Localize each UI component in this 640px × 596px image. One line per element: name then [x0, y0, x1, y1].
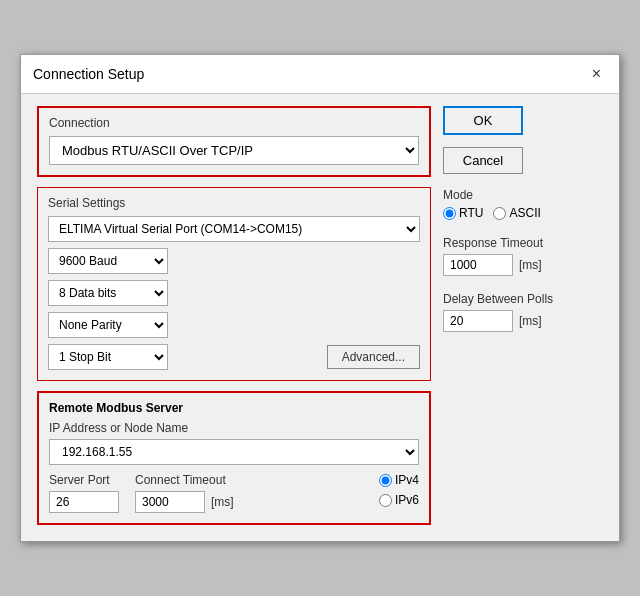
ascii-radio[interactable] — [493, 207, 506, 220]
parity-row: None Parity — [48, 312, 420, 338]
server-port-input[interactable] — [49, 491, 119, 513]
mode-section: Mode RTU ASCII — [443, 188, 603, 220]
response-timeout-label: Response Timeout — [443, 236, 603, 250]
delay-polls-input[interactable] — [443, 310, 513, 332]
connection-section: Connection Modbus RTU/ASCII Over TCP/IP — [37, 106, 431, 177]
delay-polls-section: Delay Between Polls [ms] — [443, 292, 603, 332]
right-panel: OK Cancel Mode RTU ASCII Response Timeou… — [443, 106, 603, 525]
delay-polls-row: [ms] — [443, 310, 603, 332]
ascii-label: ASCII — [509, 206, 540, 220]
ipv4-radio-item: IPv4 — [379, 473, 419, 487]
stop-bit-row: 1 Stop Bit Advanced... — [48, 344, 420, 370]
dialog-body: Connection Modbus RTU/ASCII Over TCP/IP … — [21, 94, 619, 541]
close-button[interactable]: × — [586, 63, 607, 85]
stop-bit-select[interactable]: 1 Stop Bit — [48, 344, 168, 370]
delay-polls-label: Delay Between Polls — [443, 292, 603, 306]
baud-row: 9600 Baud — [48, 248, 420, 274]
server-port-label: Server Port — [49, 473, 119, 487]
serial-settings-label: Serial Settings — [48, 196, 420, 210]
connect-timeout-section: Connect Timeout [ms] — [135, 473, 234, 513]
left-panel: Connection Modbus RTU/ASCII Over TCP/IP … — [37, 106, 431, 525]
title-bar: Connection Setup × — [21, 55, 619, 94]
response-timeout-row: [ms] — [443, 254, 603, 276]
connect-timeout-unit: [ms] — [211, 495, 234, 509]
ipv6-radio[interactable] — [379, 494, 392, 507]
ipv4-label: IPv4 — [395, 473, 419, 487]
ipv6-label: IPv6 — [395, 493, 419, 507]
delay-polls-unit: [ms] — [519, 314, 542, 328]
ipv-section: IPv4 IPv6 — [379, 473, 419, 507]
rtu-radio-item: RTU — [443, 206, 483, 220]
mode-label: Mode — [443, 188, 603, 202]
remote-modbus-section: Remote Modbus Server IP Address or Node … — [37, 391, 431, 525]
connection-select[interactable]: Modbus RTU/ASCII Over TCP/IP — [49, 136, 419, 165]
response-timeout-input[interactable] — [443, 254, 513, 276]
dialog-title: Connection Setup — [33, 66, 144, 82]
data-bits-row: 8 Data bits — [48, 280, 420, 306]
connection-setup-dialog: Connection Setup × Connection Modbus RTU… — [20, 54, 620, 542]
connection-label: Connection — [49, 116, 419, 130]
connect-timeout-label: Connect Timeout — [135, 473, 234, 487]
ascii-radio-item: ASCII — [493, 206, 540, 220]
response-timeout-section: Response Timeout [ms] — [443, 236, 603, 276]
rtu-label: RTU — [459, 206, 483, 220]
response-timeout-unit: [ms] — [519, 258, 542, 272]
advanced-button[interactable]: Advanced... — [327, 345, 420, 369]
port-row: ELTIMA Virtual Serial Port (COM14->COM15… — [48, 216, 420, 242]
serial-settings-section: Serial Settings ELTIMA Virtual Serial Po… — [37, 187, 431, 381]
ok-button[interactable]: OK — [443, 106, 523, 135]
connect-timeout-row: [ms] — [135, 491, 234, 513]
remote-modbus-label: Remote Modbus Server — [49, 401, 419, 415]
ip-address-label: IP Address or Node Name — [49, 421, 419, 435]
port-select[interactable]: ELTIMA Virtual Serial Port (COM14->COM15… — [48, 216, 420, 242]
connect-timeout-input[interactable] — [135, 491, 205, 513]
parity-select[interactable]: None Parity — [48, 312, 168, 338]
baud-select[interactable]: 9600 Baud — [48, 248, 168, 274]
ipv6-radio-item: IPv6 — [379, 493, 419, 507]
ip-address-select[interactable]: 192.168.1.55 — [49, 439, 419, 465]
ipv4-radio[interactable] — [379, 474, 392, 487]
data-bits-select[interactable]: 8 Data bits — [48, 280, 168, 306]
mode-radio-row: RTU ASCII — [443, 206, 603, 220]
cancel-button[interactable]: Cancel — [443, 147, 523, 174]
server-port-section: Server Port — [49, 473, 119, 513]
bottom-row: Server Port Connect Timeout [ms] — [49, 473, 419, 513]
rtu-radio[interactable] — [443, 207, 456, 220]
